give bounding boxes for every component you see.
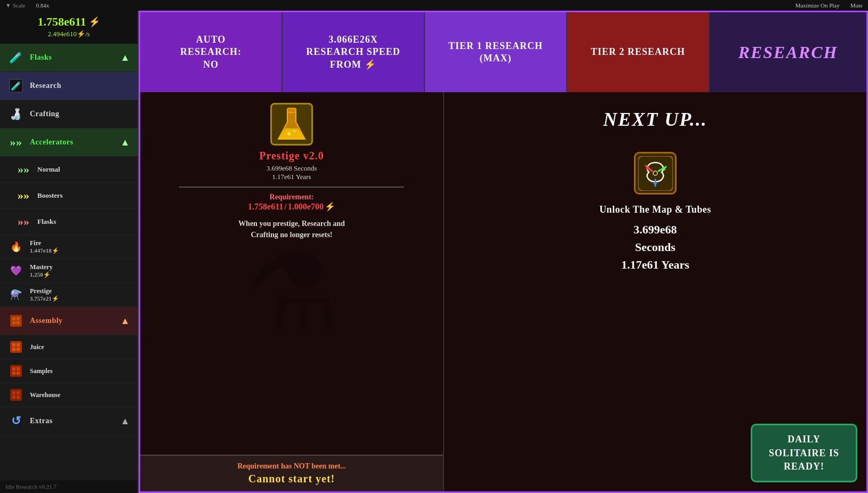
tab-tier2-research[interactable]: Tier 2 Research [567,12,710,92]
sidebar-item-samples[interactable]: Samples [0,359,138,383]
warehouse-icon [7,386,25,403]
svg-rect-11 [17,347,20,351]
fire-icon: 🔥 [7,238,25,255]
svg-rect-6 [17,321,20,325]
svg-rect-21 [17,395,20,399]
scale-label: ▼ Scale [5,2,25,9]
sidebar-item-warehouse[interactable]: Warehouse [0,383,138,407]
tab-tier1-research[interactable]: Tier 1 Research(Max) [425,12,567,92]
sidebar-item-boosters[interactable]: »» Boosters [0,183,138,209]
tab-bar: Auto Research: No 3.066e26xResearch Spee… [140,12,866,92]
sidebar-nav: 🧪 Flasks ▲ 🧪 Research 🍶 Crafting »» Acce… [0,44,138,480]
status-cannot: Cannot start yet! [151,473,432,485]
svg-rect-3 [12,317,15,320]
flask-arrow-icon: »» [15,213,32,230]
svg-rect-27 [287,108,296,112]
currency-rate: 2.494e610⚡/s [0,30,138,42]
svg-rect-12 [10,365,22,377]
crafting-icon: 🍶 [7,106,25,123]
mastery-icon: 💜 [7,262,25,279]
scale-value: 0.84x [36,2,49,9]
top-bar: ▼ Scale 0.84x Maximize On Play Mute [0,0,868,11]
sidebar-item-accelerators[interactable]: »» Accelerators ▲ [0,128,138,157]
prestige-req-label: Requirement: [270,193,314,201]
sidebar-item-extras[interactable]: ↺ Extras ▲ [0,407,138,435]
svg-rect-14 [17,367,20,370]
sidebar-item-crafting[interactable]: 🍶 Crafting [0,100,138,128]
assembly-icon [7,312,25,329]
svg-text:🧪: 🧪 [11,81,22,91]
svg-rect-10 [12,347,15,351]
bolt-icon: ⚡ [89,16,100,28]
research-flask-icon: 🧪 [7,77,25,94]
svg-rect-7 [10,341,22,353]
prestige-flask-icon [270,103,313,146]
daily-solitaire-button[interactable]: Daily Solitaire is ready! [751,424,857,482]
prestige-title: Prestige v2.0 [259,150,324,162]
next-up-time: 3.699e68 Seconds 1.17e61 Years [621,221,689,273]
tab-auto-research[interactable]: Auto Research: No [140,12,283,92]
svg-rect-17 [10,389,22,401]
sidebar-item-research[interactable]: 🧪 Research [0,72,138,100]
svg-rect-20 [12,395,15,399]
next-up-unlock-label: Unlock The Map & Tubes [599,203,711,216]
sidebar: MAX 1.758e611 ⚡ 2.494e610⚡/s 🧪 Flasks ▲ … [0,0,139,493]
svg-rect-4 [17,317,20,320]
normal-arrow-icon: »» [15,161,32,178]
svg-rect-8 [12,343,15,346]
samples-icon [7,362,25,379]
sidebar-item-assembly[interactable]: Assembly ▲ [0,307,138,335]
sidebar-item-fire[interactable]: 🔥 Fire 1.447e18⚡ [0,235,138,259]
version-label: Idle Research v0.21.7 [0,480,138,493]
next-up-icon [634,152,677,195]
sidebar-item-mastery[interactable]: 💜 Mastery 1,250⚡ [0,259,138,283]
svg-rect-16 [17,371,20,375]
boost-arrow-icon: »» [15,187,32,204]
req-bolt-icon: ⚡ [325,201,335,212]
svg-point-26 [293,130,295,132]
prestige-flask-nav-icon: ⚗️ [7,286,25,303]
svg-rect-19 [17,391,20,394]
sidebar-item-juice[interactable]: Juice [0,335,138,359]
main-content: Auto Research: No 3.066e26xResearch Spee… [139,11,868,493]
status-not-met: Requirement has NOT been met... [151,462,432,471]
prestige-status[interactable]: Requirement has NOT been met... Cannot s… [140,455,443,491]
prestige-divider [179,187,404,188]
flask-icon: 🧪 [7,49,25,66]
svg-rect-13 [12,367,15,370]
tab-research-speed[interactable]: 3.066e26xResearch SpeedFrom ⚡ [283,12,425,92]
svg-rect-9 [17,343,20,346]
prestige-description: When you prestige, Research and Crafting… [238,218,345,240]
extras-icon: ↺ [7,413,25,430]
svg-rect-15 [12,371,15,375]
sidebar-item-flasks[interactable]: 🧪 Flasks ▲ [0,44,138,72]
currency-display: 1.758e611 ⚡ [0,13,138,30]
accel-icon: »» [7,134,25,151]
svg-rect-2 [10,315,22,327]
assembly-arrow: ▲ [120,316,130,327]
sidebar-item-normal[interactable]: »» Normal [0,157,138,183]
svg-rect-5 [12,321,15,325]
prestige-panel: ⚗ Prestige v2.0 3.699e68 Seconds 1.17e [140,92,444,491]
mute-button[interactable]: Mute [850,2,863,9]
prestige-time2: 1.17e61 Years [272,173,311,181]
sidebar-item-flasks-accel[interactable]: »» Flasks [0,209,138,235]
next-up-title: Next up... [603,108,707,131]
juice-icon [7,338,25,355]
sidebar-item-prestige-flask[interactable]: ⚗️ Prestige 3.757e21⚡ [0,283,138,307]
svg-marker-24 [278,128,305,139]
research-title: Research [710,12,866,92]
maximize-button[interactable]: Maximize On Play [795,2,840,9]
prestige-req-value: 1.758e611 / 1.000e700 ⚡ [248,201,335,212]
svg-rect-18 [12,391,15,394]
svg-point-25 [287,132,291,135]
prestige-time1: 3.699e68 Seconds [267,164,317,173]
